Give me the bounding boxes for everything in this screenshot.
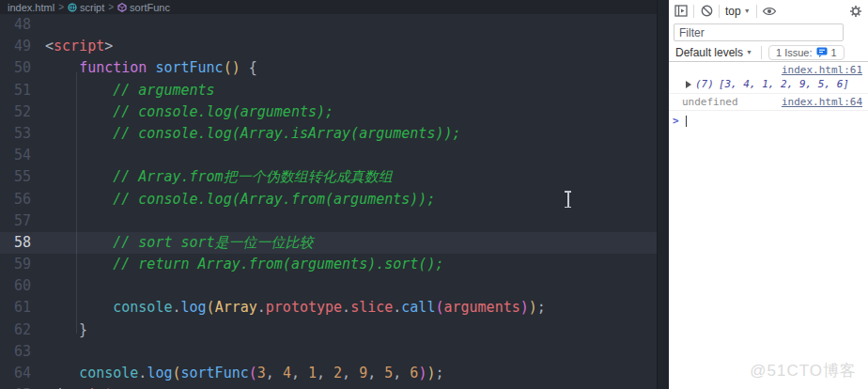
text-caret	[686, 116, 687, 127]
code-token: script	[54, 38, 104, 54]
line-number: 65	[0, 384, 31, 389]
code-line-55[interactable]: 55 // Array.from把一个伪数组转化成真数组	[0, 166, 669, 188]
issue-message-icon	[816, 47, 828, 57]
editor-scrollbar-track[interactable]	[657, 0, 669, 389]
code-token: ,	[367, 365, 384, 381]
code-token: call	[401, 299, 435, 316]
code-token: 1	[308, 365, 317, 381]
clear-console-icon[interactable]	[698, 3, 715, 20]
code-line-51[interactable]: 51 // arguments	[0, 80, 669, 101]
breadcrumb-script-label: script	[80, 2, 104, 13]
code-token: // console.log(Array.from(arguments));	[113, 191, 435, 208]
code-text	[31, 341, 45, 363]
prompt-chevron-icon: >	[673, 115, 679, 127]
code-token: >	[104, 38, 113, 54]
code-text: function sortFunc() {	[31, 57, 257, 79]
log-levels-label: Default levels	[675, 46, 743, 59]
code-text: </script>	[31, 384, 121, 389]
watermark-text: @51CTO博客	[750, 360, 857, 381]
code-line-60[interactable]: 60	[0, 275, 669, 297]
code-line-48[interactable]: 48	[0, 14, 669, 36]
code-text: // console.log(Array.from(arguments));	[31, 189, 435, 210]
code-line-62[interactable]: 62 }	[0, 319, 669, 341]
code-token	[45, 234, 113, 251]
code-token: prototype	[266, 299, 342, 316]
expand-triangle-icon[interactable]	[686, 81, 691, 88]
code-line-52[interactable]: 52 // console.log(arguments);	[0, 101, 669, 123]
breadcrumb-separator: >	[108, 2, 114, 12]
mouse-cursor-ibeam	[564, 191, 572, 208]
line-number: 51	[0, 80, 31, 101]
code-line-49[interactable]: 49<script>	[0, 36, 669, 57]
console-filter-input[interactable]	[674, 23, 844, 41]
code-line-59[interactable]: 59 // return Array.from(arguments).sort(…	[0, 254, 669, 275]
console-prompt[interactable]: >	[669, 111, 868, 131]
code-text: // Array.from把一个伪数组转化成真数组	[31, 166, 393, 188]
code-token: 5	[384, 365, 393, 381]
code-token: // console.log(Array.isArray(arguments))…	[113, 125, 460, 142]
line-number: 50	[0, 57, 31, 79]
settings-gear-icon[interactable]	[847, 3, 864, 20]
code-token: log	[147, 365, 172, 381]
array-preview[interactable]: [3, 4, 1, 2, 9, 5, 6]	[719, 78, 849, 90]
code-text	[31, 275, 45, 297]
code-token: console	[79, 365, 138, 381]
code-text: console.log(sortFunc(3, 4, 1, 2, 9, 5, 6…	[31, 363, 443, 384]
code-token: 2	[333, 365, 342, 381]
live-expression-icon[interactable]	[761, 3, 778, 20]
code-line-64[interactable]: 64 console.log(sortFunc(3, 4, 1, 2, 9, 5…	[0, 363, 669, 384]
code-token: Array	[215, 299, 257, 316]
code-token: sortFunc	[181, 365, 249, 381]
line-number: 62	[0, 319, 31, 341]
code-token: 9	[359, 365, 367, 381]
editor-pane: index.html > script > sortFunc 4849<scri…	[0, 0, 669, 389]
line-number: 60	[0, 275, 31, 297]
code-token: slice	[350, 299, 393, 316]
code-token: 4	[283, 365, 291, 381]
breadcrumb-file-label: index.html	[8, 2, 54, 13]
code-token	[45, 191, 113, 208]
code-line-58[interactable]: 58 // sort sort是一位一位比较	[0, 232, 669, 254]
line-number: 58	[0, 232, 31, 254]
frame-context-selector[interactable]: top ▼	[723, 5, 752, 18]
breadcrumb-item-file[interactable]: index.html	[8, 2, 54, 13]
code-line-63[interactable]: 63	[0, 341, 669, 363]
code-token: ;	[435, 365, 443, 381]
console-sidebar-icon[interactable]	[673, 3, 690, 20]
code-token	[45, 59, 79, 76]
undefined-value: undefined	[673, 96, 738, 108]
code-token: (	[172, 365, 180, 381]
breadcrumb-item-script[interactable]: script	[68, 2, 104, 13]
code-token: function	[79, 59, 147, 76]
code-token	[45, 82, 113, 99]
code-text: // console.log(arguments);	[31, 101, 333, 123]
source-link[interactable]: index.html:61	[782, 64, 862, 76]
code-text	[31, 210, 45, 232]
code-line-57[interactable]: 57	[0, 210, 669, 232]
code-line-65[interactable]: 65</script>	[0, 384, 669, 389]
log-levels-selector[interactable]: Default levels ▼	[674, 46, 754, 59]
code-line-61[interactable]: 61 console.log(Array.prototype.slice.cal…	[0, 297, 669, 319]
code-text: // sort sort是一位一位比较	[31, 232, 314, 254]
code-token: arguments	[443, 299, 519, 316]
line-number: 49	[0, 36, 31, 57]
code-token: .	[393, 299, 401, 316]
chevron-down-icon: ▼	[746, 49, 752, 55]
filter-row	[669, 22, 868, 43]
code-token: // arguments	[113, 82, 214, 99]
code-token: // sort sort是一位一位比较	[113, 234, 313, 251]
code-token: ,	[342, 365, 359, 381]
code-token	[45, 125, 113, 142]
code-token: // Array.from把一个伪数组转化成真数组	[113, 168, 392, 185]
issues-counter-button[interactable]: 1 Issue: 1	[768, 45, 845, 60]
code-line-54[interactable]: 54	[0, 145, 669, 166]
breadcrumb-separator: >	[58, 2, 64, 12]
code-line-50[interactable]: 50 function sortFunc() {	[0, 57, 669, 79]
frame-context-label: top	[725, 5, 741, 18]
code-token: sortFunc	[155, 59, 223, 76]
code-line-53[interactable]: 53 // console.log(Array.isArray(argument…	[0, 123, 669, 145]
source-link[interactable]: index.html:64	[782, 96, 862, 108]
console-message-undefined: undefined index.html:64	[669, 94, 868, 111]
line-number: 56	[0, 189, 31, 210]
breadcrumb-item-sortfunc[interactable]: sortFunc	[117, 2, 170, 13]
